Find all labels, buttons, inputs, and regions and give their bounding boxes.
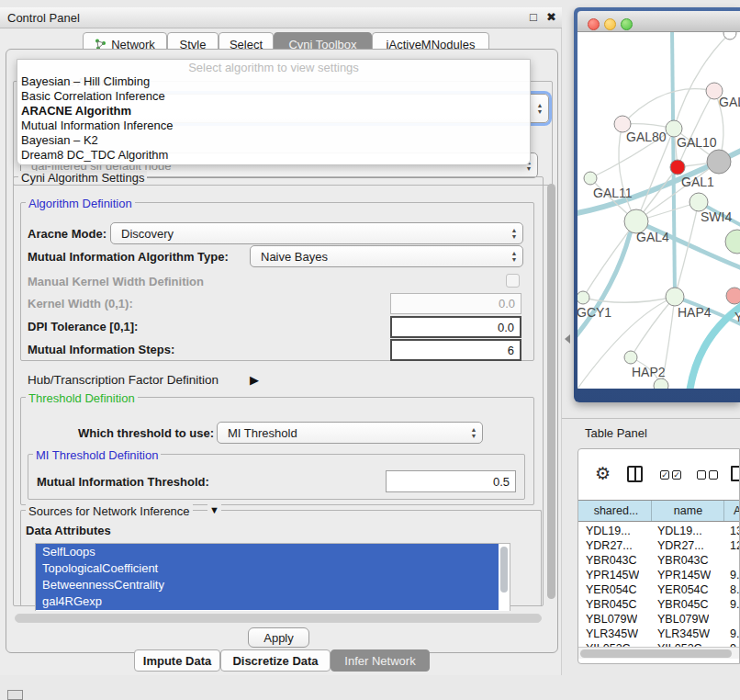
control-panel-titlebar: Control Panel □ ✖ [0,7,562,28]
float-window-icon[interactable]: □ [530,10,537,24]
node-label: HAP4 [678,305,712,320]
table-panel-header: Table Panel [562,418,740,446]
list-item[interactable]: SelfLoops [36,544,499,560]
tab-discretize-data[interactable]: Discretize Data [220,649,331,672]
node-label: GCY1 [577,305,611,320]
aracne-mode-label: Aracne Mode: [28,227,107,241]
manual-kernel-checkbox[interactable] [506,274,520,288]
node-swi4[interactable] [725,230,740,254]
dpi-tolerance-field[interactable]: 0.0 [390,316,521,338]
list-item[interactable]: TopologicalCoefficient [36,560,499,577]
threshold-definition-title: Threshold Definition [26,391,138,405]
manual-kernel-label: Manual Kernel Width Definition [28,275,204,288]
node-label: Y [734,310,740,324]
collapse-arrow-icon[interactable]: ▼ [207,504,221,515]
mi-steps-field[interactable]: 6 [390,339,521,361]
data-attributes-label: Data Attributes [26,524,111,537]
column-header[interactable]: A [725,501,740,521]
dropdown-item[interactable]: Basic Correlation Inference [17,89,530,104]
algorithm-dropdown-popup: Select algorithm to view settings Bayesi… [17,59,531,165]
control-panel-window: Control Panel □ ✖ Network Style Select C… [0,7,562,675]
settings-horizontal-scrollbar[interactable] [15,614,542,623]
column-header[interactable]: shared... [581,501,652,521]
document-icon[interactable] [731,466,740,481]
list-item[interactable]: gal4RGexp [36,593,499,610]
aracne-mode-combobox[interactable]: Discovery ▲▼ [110,222,523,244]
combo-arrows-icon: ▲▼ [506,250,522,263]
table-panel-body: ⚙ ✓ ✓ shared... name A YDL19... YDL19...… [577,448,740,664]
node-label: GAL1 [681,175,714,189]
node-label: SWI4 [701,209,732,224]
combo-arrows-icon: ▲▼ [506,227,522,240]
node-label: GAL [719,95,740,109]
kernel-width-label: Kernel Width (0,1): [28,297,133,310]
node-label: GAL80 [626,130,667,144]
apply-button[interactable]: Apply [248,627,309,648]
node-hap4[interactable] [666,288,684,306]
dropdown-item[interactable]: Mutual Information Inference [17,119,530,133]
table-header-row: shared... name A [578,500,740,522]
settings-vertical-scrollbar[interactable] [547,184,555,599]
network-canvas[interactable]: GAL GAL80 GAL10 GAL11 GAL1 SWI4 GAL4 GCY… [577,32,740,389]
network-view-window: GAL GAL80 GAL10 GAL11 GAL1 SWI4 GAL4 GCY… [574,7,740,402]
mi-algorithm-type-label: Mutual Information Algorithm Type: [28,250,229,264]
node-label: GAL11 [593,186,633,200]
mi-threshold-group-title: MI Threshold Definition [33,448,161,462]
node-salmon[interactable] [726,288,740,304]
table-horizontal-scrollbar[interactable] [578,647,740,659]
checked-checkbox-icon[interactable]: ✓ [660,470,669,480]
unchecked-checkbox-icon[interactable] [697,470,706,480]
node-gal11[interactable] [584,172,597,185]
zoom-traffic-light[interactable] [621,18,633,30]
scrollbar-thumb[interactable] [580,649,732,658]
node-label: GAL10 [677,135,717,150]
expand-arrow-icon[interactable]: ▶ [250,373,259,387]
minimize-traffic-light[interactable] [604,18,616,30]
sources-group-title: Sources for Network Inference [26,504,193,518]
checked-checkbox-icon[interactable]: ✓ [672,470,681,480]
control-panel-title: Control Panel [7,11,80,25]
node-label: GAL4 [636,230,669,244]
tab-impute-data[interactable]: Impute Data [134,649,220,672]
which-threshold-combobox[interactable]: MI Threshold ▲▼ [217,422,483,444]
dpi-tolerance-label: DPI Tolerance [0,1]: [28,320,138,333]
footer-panel-icon[interactable] [7,690,23,700]
gear-icon[interactable]: ⚙ [595,463,611,484]
column-header[interactable]: name [653,501,724,521]
node-gal1[interactable] [690,193,708,211]
mi-algorithm-type-combobox[interactable]: Naive Bayes ▲▼ [250,245,523,267]
list-vertical-scrollbar[interactable] [500,547,508,593]
dropdown-item[interactable]: Dream8 DC_TDC Algorithm [17,148,530,163]
which-threshold-label: Which threshold to use: [78,426,214,440]
panel-divider-arrow[interactable] [565,334,570,344]
combo-arrows-icon: ▲▼ [532,102,548,115]
list-item[interactable]: BetweennessCentrality [36,577,499,593]
dropdown-item[interactable]: Bayesian – K2 [17,133,530,148]
node-gcy1[interactable] [577,291,589,304]
node-red[interactable] [670,160,685,175]
kernel-width-field[interactable]: 0.0 [390,293,521,314]
close-window-icon[interactable]: ✖ [546,10,556,24]
mi-threshold-field[interactable]: 0.5 [386,470,516,492]
algorithm-definition-title: Algorithm Definition [26,197,135,210]
unchecked-checkbox-icon[interactable] [709,470,718,480]
dropdown-item-selected[interactable]: ARACNE Algorithm [17,104,530,119]
node-gray[interactable] [707,150,731,174]
node-hap2[interactable] [624,351,637,364]
columns-icon[interactable] [627,466,643,482]
hub-section-label: Hub/Transcription Factor Definition [28,373,219,387]
node-bottom[interactable] [654,378,668,389]
close-traffic-light[interactable] [588,18,600,30]
table-rows: YDL19... YDL19... 13 YDR27... YDR27... 1… [578,522,740,647]
table-panel-title: Table Panel [585,426,647,440]
node-label: HAP2 [632,365,666,379]
network-window-titlebar [577,11,740,32]
dropdown-item[interactable]: Bayesian – Hill Climbing [17,74,530,89]
tab-infer-network[interactable]: Infer Network [331,649,430,672]
dropdown-placeholder: Select algorithm to view settings [17,60,530,74]
combo-arrows-icon: ▲▼ [465,426,482,439]
mi-steps-label: Mutual Information Steps: [28,343,174,356]
mi-threshold-label: Mutual Information Threshold: [37,475,209,489]
data-attributes-list: SelfLoops TopologicalCoefficient Between… [35,543,510,611]
cyni-settings-title: Cyni Algorithm Settings [18,171,147,185]
